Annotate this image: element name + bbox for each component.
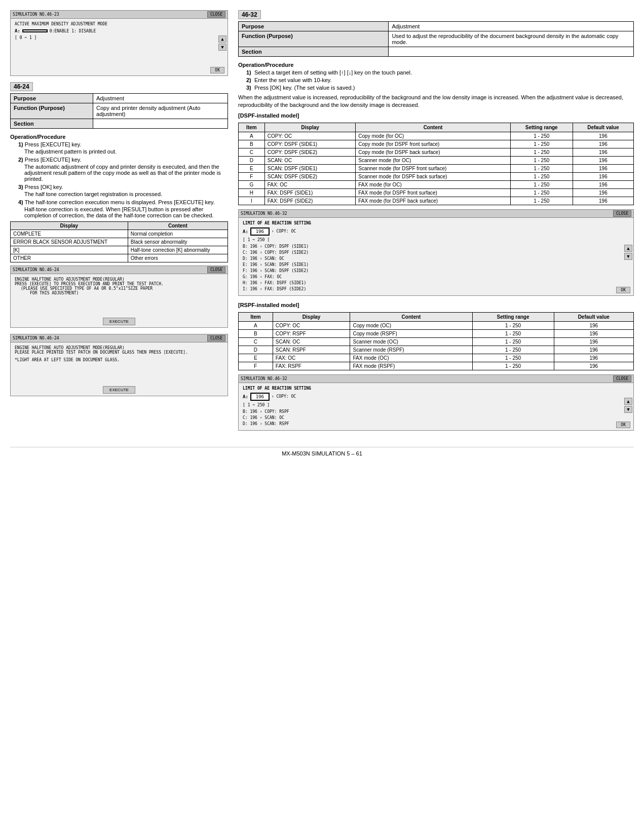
sim-mode2-4624b: PLEASE PLACE PRINTED TEST PATCH ON DOCUM… [15, 350, 223, 355]
sim-close-btn-4624b[interactable]: CLOSE [207, 335, 225, 341]
sim-label-4632r: A: [243, 394, 248, 399]
sim-close-btn-4632r[interactable]: CLOSE [613, 375, 631, 382]
function-val-4624: Copy and printer density adjustment (Aut… [93, 103, 228, 119]
step-2-4624: 2) Press [EXECUTE] key. The automatic ad… [18, 157, 228, 182]
sim-title-4632r: SIMULATION NO.46-32 [241, 376, 287, 381]
sim-mode1-4624a: ENGINE HALFTONE AUTO ADJUSTMENT MODE(REG… [15, 277, 223, 282]
sim-close-btn-4632d[interactable]: CLOSE [613, 210, 631, 217]
table-row: OTHER Other errors [11, 254, 228, 262]
sim-label-4632d: A: [243, 229, 248, 234]
col-display: Display [11, 222, 128, 230]
sim-value-4632r[interactable]: 196 [250, 393, 270, 401]
sim-close-btn-4623[interactable]: CLOSE [207, 11, 225, 18]
rspf-col-range: Setting range [472, 312, 554, 321]
rspf-title: [RSPF-installed model] [238, 302, 634, 308]
up-arrow-btn-4632r[interactable]: ▲ [624, 398, 632, 405]
ok-btn-4623[interactable]: OK [210, 67, 224, 73]
op-steps-4624: 1) Press [EXECUTE] key. The adjustment p… [18, 141, 228, 218]
section-val-4632 [389, 47, 634, 57]
sim-mode2-4624a: PRESS [EXECUTE] TO PRCESS EXECUTION AND … [15, 282, 223, 286]
sim-close-btn-4624a[interactable]: CLOSE [207, 267, 225, 273]
op-steps-4632: 1) Select a target item of setting with … [246, 69, 634, 91]
rspf-col-content: Content [350, 312, 472, 321]
table-row: F SCAN: DSPF (SIDE2) Scanner mode (for D… [239, 172, 634, 180]
rspf-table: Item Display Content Setting range Defau… [238, 312, 634, 370]
rspf-col-item: Item [239, 312, 273, 321]
step-1-4624: 1) Press [EXECUTE] key. The adjustment p… [18, 141, 228, 155]
sim-title-4624b: SIMULATION NO.46-24 [13, 336, 59, 340]
up-arrow-btn-4623[interactable]: ▲ [218, 35, 226, 43]
up-arrow-btn-4632d[interactable]: ▲ [624, 245, 632, 252]
sim-mode4-4624a: FOR THIS ADJUSTMENT) [30, 291, 223, 295]
dspf-col-item: Item [239, 123, 265, 132]
execute-btn-4624b[interactable]: EXECUTE [103, 386, 135, 394]
ok-btn-4632r[interactable]: OK [616, 422, 630, 428]
sim-list-4632d: B: 196 › COPY: DSPF (SIDE1) C: 196 › COP… [243, 244, 613, 292]
down-arrow-btn-4632r[interactable]: ▼ [624, 406, 632, 413]
footer-text: MX-M503N SIMULATION 5 – 61 [282, 450, 362, 457]
function-val-4632: Used to adjust the reproducibility of th… [389, 31, 634, 47]
sim-screen-4632-dspf: SIMULATION NO.46-32 CLOSE LIMIT OF AE RE… [238, 209, 634, 296]
dspf-col-range: Setting range [510, 123, 573, 132]
step-3-4632: 3) Press [OK] key. (The set value is sav… [246, 85, 634, 91]
table-row: F FAX: RSPF FAX mode (RSPF) 1 - 250 196 [239, 362, 634, 370]
sim-mode-4632r: LIMIT OF AE REACTION SETTING [243, 386, 618, 391]
sim-mode-4623: ACTIVE MAXIMUM DENSITY ADJUSTMENT MODE [15, 22, 223, 26]
dspf-table: Item Display Content Setting range Defau… [238, 123, 634, 205]
execute-btn-4624a[interactable]: EXECUTE [103, 318, 135, 325]
sim-range-hint-4623: 0:ENABLE 1: DISABLE [50, 29, 96, 33]
sim-title-4632d: SIMULATION NO.46-32 [241, 211, 287, 216]
dspf-title: [DSPF-installed model] [238, 112, 634, 119]
sim-screen-4624a: SIMULATION NO.46-24 CLOSE ENGINE HALFTON… [10, 265, 228, 328]
sim-range-4632d: [ 1 ~ 250 ] [243, 238, 613, 242]
step-2-4632: 2) Enter the set value with 10-key. [246, 77, 634, 83]
sim-title-4623: SIMULATION NO.46-23 [13, 12, 59, 17]
col-content: Content [128, 222, 228, 230]
sim-mode3-4624a: (PLEASE USE SPECIFIED TYPE OF A4 OR 8.5"… [21, 286, 223, 291]
op-title-4632: Operation/Procedure [238, 62, 634, 68]
table-row: ERROR BLACK SENSOR ADJUSTMENT Black sens… [11, 238, 228, 246]
copy-oc-label: › COPY: OC [272, 229, 296, 234]
table-row: C COPY: DSPF (SIDE2) Copy mode (for DSPF… [239, 148, 634, 156]
copy-oc-label-r: › COPY: OC [272, 394, 296, 399]
table-row: H FAX: DSPF (SIDE1) FAX mode (for DSPF f… [239, 188, 634, 197]
table-row: D SCAN: RSPF Scanner mode (RSPF) 1 - 250… [239, 346, 634, 354]
sim-title-4624a: SIMULATION NO.46-24 [13, 268, 59, 272]
sim-mode-4632d: LIMIT OF AE REACTION SETTING [243, 221, 613, 225]
section-label-4624: Section [11, 119, 93, 129]
table-row: E SCAN: DSPF (SIDE1) Scanner mode (for D… [239, 164, 634, 172]
purpose-val-4624: Adjustment [93, 94, 228, 103]
section-label-4632: Section [239, 47, 389, 57]
section-val-4624 [93, 119, 228, 129]
sim-value-4623[interactable] [22, 29, 48, 32]
ok-btn-4632d[interactable]: OK [616, 287, 630, 293]
sim-label-4623: A: [15, 28, 20, 33]
rspf-col-display: Display [273, 312, 350, 321]
info-table-4632: Purpose Adjustment Function (Purpose) Us… [238, 21, 634, 57]
step-1-4632: 1) Select a target item of setting with … [246, 69, 634, 75]
function-label-4632: Function (Purpose) [239, 31, 389, 47]
sim-range-4632r: [ 1 ~ 250 ] [243, 403, 618, 407]
table-row: B COPY: DSPF (SIDE1) Copy mode (for DSPF… [239, 140, 634, 148]
sim-range-4623: [ 0 ~ 1 ] [15, 35, 223, 40]
sim-list-4632r: B: 196 › COPY: RSPF C: 196 › SCAN: OC D:… [243, 409, 618, 427]
step-4-4624: 4) The half-tone correction execution me… [18, 199, 228, 218]
dspf-col-default: Default value [573, 123, 633, 132]
function-label-4624: Function (Purpose) [11, 103, 93, 119]
rspf-col-default: Default value [554, 312, 633, 321]
sim-note-4624b: *LIGHT AREA AT LEFT SIDE ON DOCUMENT GLA… [15, 358, 223, 362]
page-footer: MX-M503N SIMULATION 5 – 61 [10, 447, 634, 457]
table-row: C SCAN: OC Scanner mode (OC) 1 - 250 196 [239, 337, 634, 346]
purpose-val-4632: Adjustment [389, 22, 634, 31]
sim-value-4632d[interactable]: 196 [250, 227, 270, 236]
table-row: G FAX: OC FAX mode (for OC) 1 - 250 196 [239, 180, 634, 188]
display-table-4624: Display Content COMPLETE Normal completi… [10, 221, 228, 262]
sim-screen-4624b: SIMULATION NO.46-24 CLOSE ENGINE HALFTON… [10, 334, 228, 396]
down-arrow-btn-4623[interactable]: ▼ [218, 44, 226, 51]
down-arrow-btn-4632d[interactable]: ▼ [624, 253, 632, 260]
sim-screen-4623: SIMULATION NO.46-23 CLOSE ACTIVE MAXIMUM… [10, 10, 228, 76]
code-4624: 46-24 [10, 82, 33, 91]
purpose-label-4624: Purpose [11, 94, 93, 103]
note-4632: When the adjustment value is increased, … [238, 94, 634, 109]
op-title-4624: Operation/Procedure [10, 134, 228, 140]
